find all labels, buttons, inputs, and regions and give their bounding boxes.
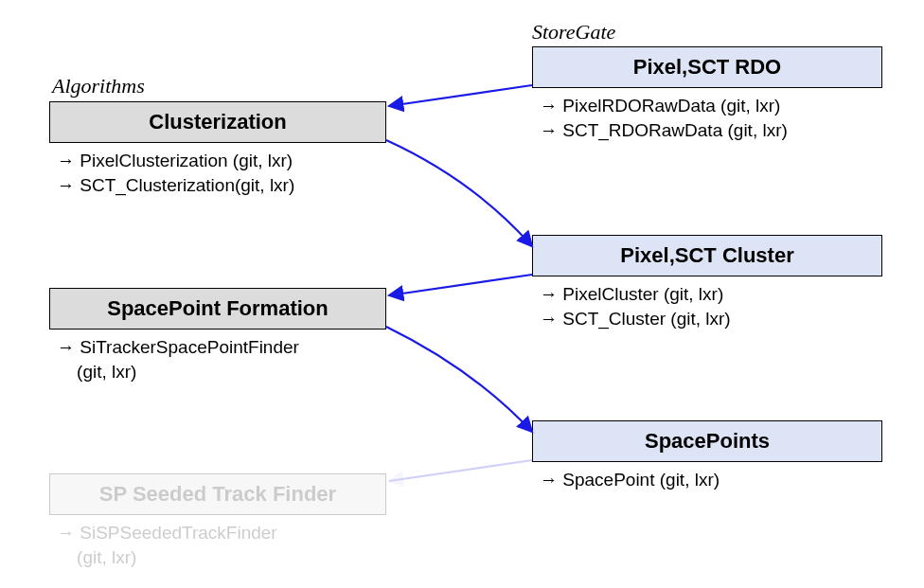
node-spacepoints: SpacePoints	[532, 420, 882, 462]
spformation-detail-2: (git, lxr)	[57, 360, 299, 384]
node-sptrackfinder-details: → SiSPSeededTrackFinder (git, lxr)	[57, 521, 277, 569]
node-clusterization: Clusterization	[49, 101, 386, 143]
arrow-cluster-to-spformation	[389, 275, 532, 295]
node-rdo: Pixel,SCT RDO	[532, 46, 882, 88]
node-clusterization-details: → PixelClusterization (git, lxr) → SCT_C…	[57, 149, 294, 197]
clusterization-detail-2: → SCT_Clusterization(git, lxr)	[57, 173, 294, 198]
rdo-detail-1: → PixelRDORawData (git, lxr)	[540, 94, 788, 118]
node-sptrackfinder: SP Seeded Track Finder	[49, 473, 386, 515]
spacepoints-detail-1: → SpacePoint (git, lxr)	[540, 468, 720, 492]
node-spacepoints-details: → SpacePoint (git, lxr)	[540, 468, 720, 492]
cluster-detail-1: → PixelCluster (git, lxr)	[540, 282, 731, 307]
storegate-label: StoreGate	[532, 20, 615, 45]
node-clusterization-title: Clusterization	[149, 110, 286, 134]
node-rdo-details: → PixelRDORawData (git, lxr) → SCT_RDORa…	[540, 94, 788, 142]
node-sptrackfinder-title: SP Seeded Track Finder	[99, 482, 336, 506]
node-spformation-details: → SiTrackerSpacePointFinder (git, lxr)	[57, 335, 299, 383]
node-rdo-title: Pixel,SCT RDO	[633, 55, 781, 79]
node-spformation: SpacePoint Formation	[49, 288, 386, 330]
node-cluster-title: Pixel,SCT Cluster	[620, 243, 793, 267]
clusterization-detail-1: → PixelClusterization (git, lxr)	[57, 149, 294, 173]
arrow-spacepoints-to-sptrackfinder	[389, 460, 532, 481]
node-spformation-title: SpacePoint Formation	[107, 296, 328, 320]
arrow-rdo-to-clusterization	[389, 85, 532, 106]
node-cluster-details: → PixelCluster (git, lxr) → SCT_Cluster …	[540, 282, 731, 330]
arrow-spformation-to-spacepoints	[386, 327, 532, 432]
sptrack-detail-1: → SiSPSeededTrackFinder	[57, 521, 277, 545]
algorithms-label: Algorithms	[52, 74, 145, 98]
arrow-clusterization-to-cluster	[386, 140, 532, 246]
node-cluster: Pixel,SCT Cluster	[532, 235, 882, 276]
cluster-detail-2: → SCT_Cluster (git, lxr)	[540, 307, 731, 331]
node-spacepoints-title: SpacePoints	[645, 429, 770, 453]
sptrack-detail-2: (git, lxr)	[57, 545, 277, 570]
rdo-detail-2: → SCT_RDORawData (git, lxr)	[540, 118, 788, 143]
diagram-container: Algorithms StoreGate Pixel,SCT RDO → Pix…	[0, 0, 924, 588]
spformation-detail-1: → SiTrackerSpacePointFinder	[57, 335, 299, 360]
